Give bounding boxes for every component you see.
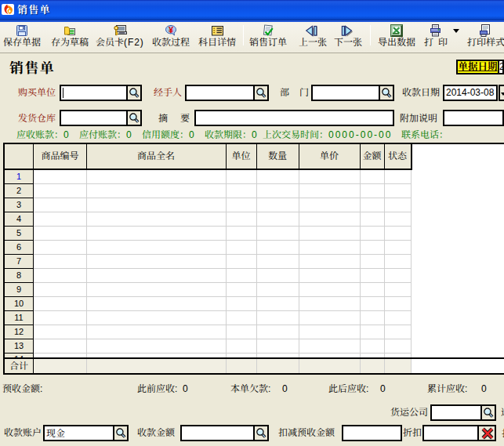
svg-text:¥: ¥	[169, 25, 174, 34]
